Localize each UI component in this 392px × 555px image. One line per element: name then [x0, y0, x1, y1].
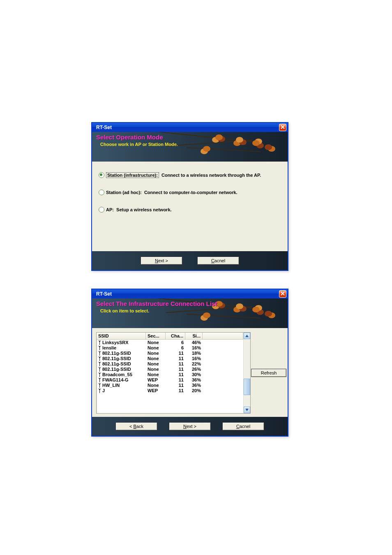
cell-sec: None — [146, 372, 166, 377]
banner-title: Select Operation Mode — [96, 134, 163, 141]
cell-sec: None — [146, 345, 166, 350]
radio-label: Station (ad hoc): — [106, 190, 142, 195]
scroll-down-button[interactable] — [244, 407, 250, 413]
content-area: Station (infrastructure): Connect to a w… — [92, 162, 288, 251]
col-rest[interactable] — [203, 333, 243, 339]
table-row[interactable]: FWAG114-GWEP1136% — [97, 377, 243, 382]
cell-sec: None — [146, 350, 166, 356]
cell-cha: 11 — [166, 356, 185, 361]
table-row[interactable]: 802.11g-SSIDNone1116% — [97, 356, 243, 361]
cell-sec: WEP — [146, 377, 166, 382]
cell-sig: 36% — [185, 382, 203, 388]
radio-ap[interactable]: AP: Setup a wireless network. — [99, 207, 281, 213]
close-button[interactable] — [279, 290, 286, 298]
cell-cha: 11 — [166, 372, 185, 377]
cell-sig: 18% — [185, 350, 203, 356]
titlebar[interactable]: RT-Set — [92, 123, 288, 132]
antenna-icon — [98, 372, 101, 377]
cell-ssid: 802.11g-SSID — [102, 356, 131, 361]
cell-ssid: 802.11g-SSID — [102, 361, 131, 366]
cell-sig: 30% — [185, 372, 203, 377]
antenna-icon — [98, 388, 101, 393]
table-row[interactable]: HW_LINNone1136% — [97, 382, 243, 388]
scrollbar[interactable] — [243, 333, 250, 413]
close-icon — [281, 291, 285, 296]
btn-rest: ext > — [158, 258, 168, 263]
col-sec[interactable]: Sec... — [146, 333, 166, 339]
chevron-down-icon — [245, 409, 249, 411]
radio-desc: Setup a wireless network. — [116, 207, 172, 212]
antenna-icon — [98, 378, 101, 382]
cell-sig: 16% — [185, 356, 203, 361]
btn-rest: acnel — [214, 258, 225, 263]
cell-cha: 6 — [166, 345, 185, 350]
banner: Select The Infrastructure Connection Lis… — [92, 298, 288, 328]
cell-cha: 11 — [166, 350, 185, 356]
cell-cha: 6 — [166, 340, 185, 345]
cell-ssid: 802.11g-SSID — [102, 367, 131, 372]
antenna-icon — [98, 383, 101, 388]
cell-ssid: 802.11g-SSID — [102, 351, 131, 356]
col-ssid[interactable]: SSID — [97, 333, 146, 339]
cell-cha: 11 — [166, 366, 185, 372]
cell-ssid: FWAG114-G — [102, 377, 129, 382]
cell-sig: 26% — [185, 366, 203, 372]
radio-desc: Connect to a wireless network through th… — [161, 173, 261, 178]
network-listview[interactable]: SSID Sec... Cha... Si... LinksysSRXNone6… — [96, 332, 251, 414]
banner-title: Select The Infrastructure Connection Lis… — [96, 300, 217, 307]
titlebar[interactable]: RT-Set — [92, 289, 288, 298]
antenna-icon — [98, 351, 101, 356]
cell-sec: None — [146, 366, 166, 372]
table-row[interactable]: lenslieNone616% — [97, 345, 243, 350]
scroll-up-button[interactable] — [244, 333, 250, 339]
btn-rest: ack — [136, 424, 143, 429]
scroll-track[interactable] — [244, 339, 250, 407]
cancel-button[interactable]: Cacnel — [197, 257, 239, 265]
list-body: LinksysSRXNone646%lenslieNone616%802.11g… — [97, 340, 243, 393]
cell-ssid: J — [102, 388, 105, 393]
cell-sig: 20% — [185, 388, 203, 393]
table-row[interactable]: 802.11g-SSIDNone1118% — [97, 350, 243, 356]
cancel-button[interactable]: Cacnel — [222, 422, 264, 430]
window-title: RT-Set — [96, 125, 112, 130]
col-sig[interactable]: Si... — [185, 333, 203, 339]
banner-subtitle: Click on item to select. — [100, 308, 149, 313]
back-button[interactable]: < Back — [115, 422, 157, 430]
cell-ssid: HW_LIN — [102, 383, 120, 388]
cell-ssid: LinksysSRX — [102, 340, 129, 345]
footer: Next > Cacnel — [92, 251, 288, 270]
next-button[interactable]: Next > — [169, 422, 211, 430]
dialog-select-connection-list: RT-Set Select The Infrastructure Connect… — [91, 289, 288, 437]
next-button[interactable]: Next > — [141, 257, 182, 265]
close-button[interactable] — [279, 124, 286, 131]
chevron-up-icon — [245, 335, 249, 337]
cell-ssid: Broadcom_55 — [102, 372, 132, 377]
radio-icon — [99, 207, 104, 213]
banner: Select Operation Mode Choose work in AP … — [92, 132, 288, 162]
cell-sec: None — [146, 382, 166, 388]
close-icon — [281, 125, 285, 129]
table-row[interactable]: 802.11g-SSIDNone1126% — [97, 366, 243, 372]
scroll-thumb[interactable] — [244, 379, 250, 395]
radio-station-adhoc[interactable]: Station (ad hoc): Connect to computer-to… — [99, 190, 281, 195]
btn-rest: acnel — [240, 424, 250, 429]
table-row[interactable]: LinksysSRXNone646% — [97, 340, 243, 345]
radio-station-infrastructure[interactable]: Station (infrastructure): Connect to a w… — [99, 172, 281, 178]
btn-rest: ext > — [187, 424, 196, 429]
window-title: RT-Set — [96, 291, 112, 297]
refresh-label: Refresh — [261, 370, 277, 375]
list-header[interactable]: SSID Sec... Cha... Si... — [97, 333, 243, 340]
radio-label: AP: — [106, 207, 114, 212]
cell-sig: 22% — [185, 361, 203, 366]
radio-label: Station (infrastructure): — [106, 172, 159, 178]
cell-sec: None — [146, 340, 166, 345]
table-row[interactable]: Broadcom_55None1130% — [97, 372, 243, 377]
table-row[interactable]: 802.11g-SSIDNone1122% — [97, 361, 243, 366]
cell-ssid: lenslie — [102, 345, 116, 350]
cell-cha: 11 — [166, 377, 185, 382]
refresh-button[interactable]: Refresh — [251, 369, 286, 377]
banner-subtitle: Choose work in AP or Station Mode. — [100, 142, 178, 147]
radio-desc: Connect to computer-to-computer network. — [144, 190, 238, 195]
col-cha[interactable]: Cha... — [166, 333, 185, 339]
table-row[interactable]: JWEP1120% — [97, 388, 243, 393]
